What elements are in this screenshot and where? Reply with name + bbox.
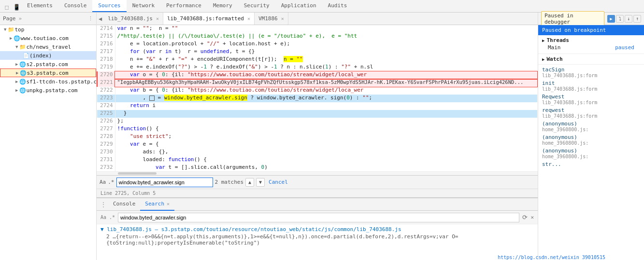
inspect-icon[interactable]: ⬚ xyxy=(2,2,12,12)
table-row: 2725 } xyxy=(97,110,537,118)
folder-icon: 📁 xyxy=(8,27,14,33)
horizontal-scrollbar[interactable] xyxy=(97,171,538,175)
bottom-tab-label: Search xyxy=(145,201,164,207)
clear-search-icon[interactable]: ✕ xyxy=(530,214,534,220)
tree-s2[interactable]: ▶ 🌐 s2.pstatp.com xyxy=(0,60,96,68)
tabs-left-arrow[interactable]: ◀ xyxy=(97,15,104,22)
resume-button[interactable]: ▶ xyxy=(607,15,615,23)
step-out-button[interactable]: ↑ xyxy=(633,15,641,23)
source-tab-label: lib_7403688.js:formatted xyxy=(167,15,244,22)
tab-elements[interactable]: Elements xyxy=(21,0,58,12)
callstack-item[interactable]: reqwest lib_7403688.js:form xyxy=(538,106,644,120)
bottom-tabs: ⋮ Console Search ✕ xyxy=(97,198,538,211)
tree-label: unpkg.pstatp.com xyxy=(26,87,77,94)
tree-label: ch/news_travel xyxy=(26,44,71,50)
close-icon[interactable]: ✕ xyxy=(281,16,284,21)
callstack-item[interactable]: (anonymous) home_3960800.js: xyxy=(538,133,644,147)
source-tab-lib-formatted[interactable]: lib_7403688.js:formatted ✕ xyxy=(163,13,255,25)
table-row: 2728 "use strict"; xyxy=(97,133,537,141)
step-over-button[interactable]: ⤵ xyxy=(616,15,624,23)
cancel-button[interactable]: Cancel xyxy=(267,179,290,185)
tab-security[interactable]: Security xyxy=(238,0,275,12)
source-tree: ▼ 📁 top ▶ 🌐 www.toutiao.com ▼ 📁 ch/news_… xyxy=(0,25,96,260)
case-icon: Aa xyxy=(100,215,106,220)
tab-application[interactable]: Application xyxy=(275,0,322,12)
debug-buttons: ▶ ⤵ ↓ ↑ xyxy=(607,15,641,23)
device-icon[interactable]: 📱 xyxy=(12,2,21,12)
tree-label: sf1-ttcdn-tos.pstatp.c... xyxy=(26,79,96,85)
tree-menu-icon[interactable]: ⋮ xyxy=(88,15,93,22)
tree-s3[interactable]: ▶ 🌐 s3.pstatp.com xyxy=(0,68,96,77)
step-into-button[interactable]: ↓ xyxy=(625,15,632,23)
refresh-icon[interactable]: ⟳ xyxy=(522,214,528,221)
bottom-panel: ⋮ Console Search ✕ Aa .* ⟳ ✕ xyxy=(97,197,538,260)
table-row: 2718 n += "&" + r + "=" + encodeURICompo… xyxy=(97,56,537,64)
chevron-right-icon: ▶ xyxy=(542,38,544,43)
tab-console[interactable]: Console xyxy=(58,0,92,12)
threads-header[interactable]: ▶ Threads xyxy=(542,37,640,43)
find-next-button[interactable]: ▼ xyxy=(256,178,265,187)
code-line: /*http/.test(e) || (/\/toutiao\/.test(e)… xyxy=(115,33,537,41)
page-header: Page » ⋮ xyxy=(0,13,96,25)
code-line: return i xyxy=(115,102,537,110)
code-line: n += "&" + r + "=" + encodeURIComponent(… xyxy=(115,56,537,64)
code-line: } xyxy=(115,110,537,118)
folder-icon: 🌐 xyxy=(20,70,27,76)
callstack-item[interactable]: (anonymous) home_3960800.js: xyxy=(538,147,644,160)
callstack-item[interactable]: str... xyxy=(538,160,644,168)
line-number: 2720 xyxy=(97,71,115,79)
close-icon[interactable]: ✕ xyxy=(156,16,159,21)
line-number: 2724 xyxy=(97,102,115,110)
paused-label: Paused in debugger xyxy=(544,13,601,25)
find-input[interactable] xyxy=(116,178,213,187)
regex-label[interactable]: .* xyxy=(108,179,114,185)
table-row: 2729 var e = { xyxy=(97,141,537,149)
tree-ch-news[interactable]: ▼ 📁 ch/news_travel xyxy=(0,42,96,51)
search-input[interactable] xyxy=(118,213,519,222)
chevron-right-icon: ▶ xyxy=(16,70,18,75)
tree-unpkg[interactable]: ▶ 🌐 unpkg.pstatp.com xyxy=(0,86,96,95)
left-panel: Page » ⋮ ▼ 📁 top ▶ 🌐 www.toutiao.com ▼ 📁… xyxy=(0,13,97,260)
tab-memory[interactable]: Memory xyxy=(207,0,238,12)
thread-item: Main paused xyxy=(542,43,640,52)
debugger-controls: Paused in debugger ▶ ⤵ ↓ ↑ xyxy=(538,13,644,25)
source-tab-label: lib_7403688.js xyxy=(108,15,153,22)
line-number: 2721 xyxy=(97,79,115,87)
line-number: 2732 xyxy=(97,164,115,171)
find-prev-button[interactable]: ▲ xyxy=(245,178,254,187)
line-number: 2723 xyxy=(97,95,115,102)
search-result-line[interactable]: 2 …{return--e>0&&{n=t.apply(this,argumen… xyxy=(106,233,534,246)
tree-toutiao[interactable]: ▶ 🌐 www.toutiao.com xyxy=(0,34,96,42)
watch-header[interactable]: ▶ Watch xyxy=(542,56,640,62)
close-icon[interactable]: ✕ xyxy=(167,201,170,206)
watch-title: Watch xyxy=(546,56,562,62)
breakpoint-banner: Paused on breakpoint xyxy=(538,25,644,35)
source-tab-vm[interactable]: VM1886 ✕ xyxy=(255,13,288,25)
callstack-item[interactable]: Reqwest lib_7403688.js:form xyxy=(538,93,644,106)
table-row: 2726 }; xyxy=(97,118,537,125)
tab-audits[interactable]: Audits xyxy=(322,0,353,12)
tree-sf1[interactable]: ▶ 🌐 sf1-ttcdn-tos.pstatp.c... xyxy=(0,77,96,86)
tab-performance[interactable]: Performance xyxy=(160,0,207,12)
callstack-item[interactable]: tacSign lib_7403688.js:form xyxy=(538,66,644,79)
case-sensitive-label[interactable]: Aa xyxy=(100,179,106,185)
regex-icon: .* xyxy=(109,215,115,220)
tree-top[interactable]: ▼ 📁 top xyxy=(0,25,96,34)
tree-index[interactable]: 📄 (index) xyxy=(0,51,96,60)
table-row: 2732 var t = [].slice.call(arguments, 0) xyxy=(97,164,537,171)
source-tab-lib[interactable]: lib_7403688.js ✕ xyxy=(104,13,163,25)
code-area[interactable]: 2714 var n = ""; n = "" 2715 /*http/.tes… xyxy=(97,25,538,171)
status-bar: Line 2725, Column 5 xyxy=(97,189,538,197)
tab-network[interactable]: Network xyxy=(127,0,160,12)
close-icon[interactable]: ✕ xyxy=(247,16,250,21)
table-row: 2720 var o = { 0: {il: "https://www.tout… xyxy=(97,71,537,79)
callstack-item[interactable]: (anonymous) home_3960800.js: xyxy=(538,120,644,133)
bottom-tab-search[interactable]: Search ✕ xyxy=(140,198,174,211)
bottom-tab-console[interactable]: Console xyxy=(108,198,140,211)
code-line: }; xyxy=(115,118,537,125)
bottom-menu-icon[interactable]: ⋮ xyxy=(100,201,106,208)
callstack-item[interactable]: init lib_7403688.js:form xyxy=(538,79,644,93)
tab-sources[interactable]: Sources xyxy=(92,0,126,12)
threads-title: Threads xyxy=(546,37,569,43)
search-result-file[interactable]: ▼ lib_7403688.js — s3.pstatp.com/toutiao… xyxy=(100,226,534,233)
